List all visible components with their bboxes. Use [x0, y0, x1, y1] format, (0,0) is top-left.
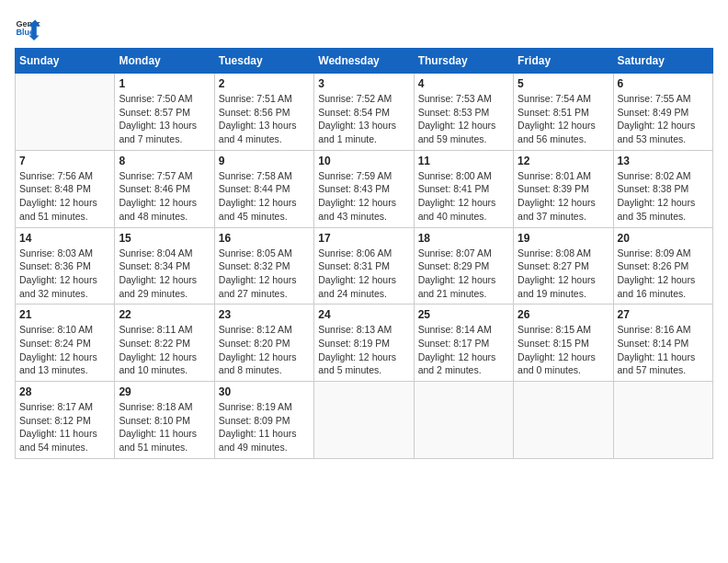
day-number: 16 — [219, 232, 310, 245]
calendar-week-row: 28Sunrise: 8:17 AM Sunset: 8:12 PM Dayli… — [16, 382, 713, 459]
day-info: Sunrise: 8:07 AM Sunset: 8:29 PM Dayligh… — [418, 247, 509, 301]
calendar-cell: 16Sunrise: 8:05 AM Sunset: 8:32 PM Dayli… — [214, 227, 313, 304]
calendar-cell: 26Sunrise: 8:15 AM Sunset: 8:15 PM Dayli… — [514, 304, 613, 382]
day-info: Sunrise: 8:14 AM Sunset: 8:17 PM Dayligh… — [418, 323, 509, 377]
calendar-cell: 13Sunrise: 8:02 AM Sunset: 8:38 PM Dayli… — [613, 150, 712, 227]
logo: General Blue — [15, 15, 40, 40]
calendar-cell: 8Sunrise: 7:57 AM Sunset: 8:46 PM Daylig… — [115, 150, 214, 227]
calendar-week-row: 7Sunrise: 7:56 AM Sunset: 8:48 PM Daylig… — [16, 150, 713, 227]
calendar-cell: 7Sunrise: 7:56 AM Sunset: 8:48 PM Daylig… — [16, 150, 115, 227]
calendar-cell: 9Sunrise: 7:58 AM Sunset: 8:44 PM Daylig… — [214, 150, 313, 227]
column-header-thursday: Thursday — [414, 49, 513, 74]
day-info: Sunrise: 8:15 AM Sunset: 8:15 PM Dayligh… — [518, 323, 609, 377]
day-info: Sunrise: 7:55 AM Sunset: 8:49 PM Dayligh… — [618, 92, 709, 146]
calendar-cell — [314, 382, 414, 459]
calendar-cell: 21Sunrise: 8:10 AM Sunset: 8:24 PM Dayli… — [16, 304, 115, 382]
day-number: 15 — [119, 232, 210, 245]
day-info: Sunrise: 7:50 AM Sunset: 8:57 PM Dayligh… — [119, 92, 210, 146]
day-number: 19 — [518, 232, 609, 245]
calendar-cell: 24Sunrise: 8:13 AM Sunset: 8:19 PM Dayli… — [314, 304, 414, 382]
calendar-cell: 1Sunrise: 7:50 AM Sunset: 8:57 PM Daylig… — [115, 74, 214, 151]
day-number: 4 — [418, 77, 509, 90]
day-info: Sunrise: 7:53 AM Sunset: 8:53 PM Dayligh… — [418, 92, 509, 146]
calendar-cell: 15Sunrise: 8:04 AM Sunset: 8:34 PM Dayli… — [115, 227, 214, 304]
calendar-cell: 25Sunrise: 8:14 AM Sunset: 8:17 PM Dayli… — [414, 304, 513, 382]
day-number: 8 — [119, 155, 210, 167]
column-header-wednesday: Wednesday — [314, 49, 414, 74]
calendar-cell: 4Sunrise: 7:53 AM Sunset: 8:53 PM Daylig… — [414, 74, 513, 151]
day-info: Sunrise: 8:11 AM Sunset: 8:22 PM Dayligh… — [119, 323, 210, 377]
calendar-week-row: 21Sunrise: 8:10 AM Sunset: 8:24 PM Dayli… — [16, 304, 713, 382]
day-number: 18 — [418, 232, 509, 245]
calendar-cell: 18Sunrise: 8:07 AM Sunset: 8:29 PM Dayli… — [414, 227, 513, 304]
calendar-cell: 14Sunrise: 8:03 AM Sunset: 8:36 PM Dayli… — [16, 227, 115, 304]
calendar-cell — [514, 382, 613, 459]
column-header-friday: Friday — [514, 49, 613, 74]
calendar-cell — [16, 74, 115, 151]
calendar-table: SundayMondayTuesdayWednesdayThursdayFrid… — [15, 48, 713, 459]
day-info: Sunrise: 8:08 AM Sunset: 8:27 PM Dayligh… — [518, 247, 609, 301]
day-number: 30 — [219, 385, 310, 398]
day-info: Sunrise: 8:09 AM Sunset: 8:26 PM Dayligh… — [618, 247, 709, 301]
day-number: 14 — [19, 232, 110, 245]
calendar-header-row: SundayMondayTuesdayWednesdayThursdayFrid… — [16, 49, 713, 74]
calendar-cell: 17Sunrise: 8:06 AM Sunset: 8:31 PM Dayli… — [314, 227, 414, 304]
day-number: 20 — [618, 232, 709, 245]
day-number: 21 — [19, 308, 110, 321]
day-info: Sunrise: 8:18 AM Sunset: 8:10 PM Dayligh… — [119, 400, 210, 454]
day-number: 1 — [119, 77, 210, 90]
day-info: Sunrise: 8:16 AM Sunset: 8:14 PM Dayligh… — [618, 323, 709, 377]
calendar-week-row: 14Sunrise: 8:03 AM Sunset: 8:36 PM Dayli… — [16, 227, 713, 304]
day-info: Sunrise: 7:58 AM Sunset: 8:44 PM Dayligh… — [219, 169, 310, 224]
day-info: Sunrise: 8:17 AM Sunset: 8:12 PM Dayligh… — [19, 400, 110, 454]
calendar-cell — [613, 382, 712, 459]
calendar-cell: 6Sunrise: 7:55 AM Sunset: 8:49 PM Daylig… — [613, 74, 712, 151]
logo-icon: General Blue — [15, 15, 40, 40]
calendar-cell: 23Sunrise: 8:12 AM Sunset: 8:20 PM Dayli… — [214, 304, 313, 382]
day-number: 27 — [618, 308, 709, 321]
day-info: Sunrise: 8:00 AM Sunset: 8:41 PM Dayligh… — [418, 169, 509, 224]
day-number: 7 — [19, 155, 110, 167]
calendar-cell: 10Sunrise: 7:59 AM Sunset: 8:43 PM Dayli… — [314, 150, 414, 227]
day-info: Sunrise: 8:01 AM Sunset: 8:39 PM Dayligh… — [518, 169, 609, 224]
calendar-cell: 12Sunrise: 8:01 AM Sunset: 8:39 PM Dayli… — [514, 150, 613, 227]
page-header: General Blue — [15, 15, 713, 40]
day-info: Sunrise: 7:56 AM Sunset: 8:48 PM Dayligh… — [19, 169, 110, 224]
column-header-sunday: Sunday — [16, 49, 115, 74]
day-info: Sunrise: 8:04 AM Sunset: 8:34 PM Dayligh… — [119, 247, 210, 301]
calendar-cell: 28Sunrise: 8:17 AM Sunset: 8:12 PM Dayli… — [16, 382, 115, 459]
day-info: Sunrise: 7:52 AM Sunset: 8:54 PM Dayligh… — [318, 92, 409, 146]
day-number: 26 — [518, 308, 609, 321]
calendar-cell: 19Sunrise: 8:08 AM Sunset: 8:27 PM Dayli… — [514, 227, 613, 304]
day-info: Sunrise: 7:54 AM Sunset: 8:51 PM Dayligh… — [518, 92, 609, 146]
day-info: Sunrise: 8:12 AM Sunset: 8:20 PM Dayligh… — [219, 323, 310, 377]
day-info: Sunrise: 8:13 AM Sunset: 8:19 PM Dayligh… — [318, 323, 409, 377]
calendar-cell: 27Sunrise: 8:16 AM Sunset: 8:14 PM Dayli… — [613, 304, 712, 382]
day-info: Sunrise: 8:10 AM Sunset: 8:24 PM Dayligh… — [19, 323, 110, 377]
column-header-monday: Monday — [115, 49, 214, 74]
day-info: Sunrise: 7:59 AM Sunset: 8:43 PM Dayligh… — [318, 169, 409, 224]
day-number: 23 — [219, 308, 310, 321]
calendar-cell: 20Sunrise: 8:09 AM Sunset: 8:26 PM Dayli… — [613, 227, 712, 304]
calendar-week-row: 1Sunrise: 7:50 AM Sunset: 8:57 PM Daylig… — [16, 74, 713, 151]
day-number: 5 — [518, 77, 609, 90]
day-number: 6 — [618, 77, 709, 90]
day-number: 28 — [19, 385, 110, 398]
day-number: 3 — [318, 77, 409, 90]
calendar-cell — [414, 382, 513, 459]
day-number: 9 — [219, 155, 310, 167]
day-number: 13 — [618, 155, 709, 167]
day-number: 17 — [318, 232, 409, 245]
day-number: 22 — [119, 308, 210, 321]
calendar-cell: 29Sunrise: 8:18 AM Sunset: 8:10 PM Dayli… — [115, 382, 214, 459]
day-info: Sunrise: 8:02 AM Sunset: 8:38 PM Dayligh… — [618, 169, 709, 224]
day-info: Sunrise: 8:03 AM Sunset: 8:36 PM Dayligh… — [19, 247, 110, 301]
day-number: 12 — [518, 155, 609, 167]
day-number: 29 — [119, 385, 210, 398]
calendar-cell: 3Sunrise: 7:52 AM Sunset: 8:54 PM Daylig… — [314, 74, 414, 151]
calendar-cell: 30Sunrise: 8:19 AM Sunset: 8:09 PM Dayli… — [214, 382, 313, 459]
day-number: 11 — [418, 155, 509, 167]
day-number: 24 — [318, 308, 409, 321]
day-info: Sunrise: 7:57 AM Sunset: 8:46 PM Dayligh… — [119, 169, 210, 224]
column-header-tuesday: Tuesday — [214, 49, 313, 74]
